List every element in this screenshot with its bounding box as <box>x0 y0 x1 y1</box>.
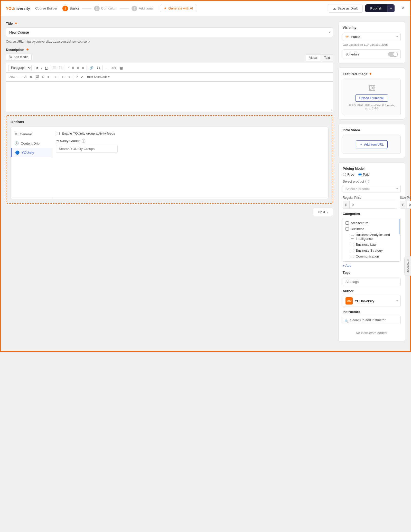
clear-format-button[interactable]: ✕ <box>28 74 34 80</box>
options-inner: ⚙ General 🕐 Content Drip 🔵 YOUnity <box>11 127 329 199</box>
next-label: Next <box>318 210 325 214</box>
nav-general-label: General <box>20 132 32 136</box>
indent-less-button[interactable]: ⇤ <box>46 74 52 80</box>
sale-price-group: Sale Price R <box>400 196 411 209</box>
indent-more-button[interactable]: ⇥ <box>52 74 58 80</box>
category-business-checkbox[interactable] <box>345 227 349 231</box>
ul-button[interactable]: ☰ <box>52 65 57 71</box>
publish-group: Publish ▾ <box>365 4 395 12</box>
code-button[interactable]: </> <box>110 65 118 71</box>
media2-button[interactable]: 🖼 <box>34 74 40 80</box>
pricing-paid-radio[interactable]: Paid <box>358 173 370 176</box>
abc-button[interactable]: ABC <box>8 75 16 79</box>
editor-toolbar-row1: Paragraph B I U ☰ ☷ " ≡ ≡ ≡ 🔗 ⛓ ⋯ </> <box>6 63 333 72</box>
course-url: Course URL: https://youniversity.co.za/c… <box>6 40 333 43</box>
toolbar-sep-7 <box>73 75 73 79</box>
sale-price-input[interactable] <box>407 201 411 208</box>
visibility-select[interactable]: 👁 Public ▾ <box>343 33 401 41</box>
category-communication-checkbox[interactable] <box>351 255 354 258</box>
pricing-paid-label: Paid <box>363 173 370 176</box>
shortcode-button[interactable]: Tutor ShortCode ▾ <box>85 74 111 79</box>
no-instructors-text: No instructors added. <box>343 328 401 337</box>
next-button[interactable]: Next › <box>313 208 333 216</box>
category-business-analytics-checkbox[interactable] <box>351 235 354 239</box>
font-color-button[interactable]: A <box>23 74 28 80</box>
bold-button[interactable]: B <box>34 65 39 71</box>
paragraph-select[interactable]: Paragraph <box>8 65 32 71</box>
younity-icon: 🔵 <box>15 150 20 155</box>
visibility-chevron-icon: ▾ <box>396 35 398 39</box>
category-business-law-checkbox[interactable] <box>351 243 354 246</box>
enable-feeds-label: Enable YOUnity group activity feeds <box>62 131 115 135</box>
help-button[interactable]: ? <box>74 74 79 80</box>
undo-button[interactable]: ↩ <box>60 74 66 80</box>
category-architecture: Architecture <box>345 220 398 226</box>
tab-text[interactable]: Text <box>321 54 333 61</box>
category-business-label: Business <box>351 227 364 231</box>
schedule-toggle[interactable] <box>388 52 398 57</box>
align-left-button[interactable]: ≡ <box>71 65 75 71</box>
align-center-button[interactable]: ≡ <box>76 65 80 71</box>
category-business-strategy-checkbox[interactable] <box>351 249 354 252</box>
upload-thumb-btn[interactable]: Upload Thumbnail <box>355 94 388 102</box>
notebook-tab[interactable]: Notebook <box>404 256 411 276</box>
options-nav-younity[interactable]: 🔵 YOUnity <box>11 148 52 157</box>
tags-input[interactable] <box>343 278 401 286</box>
toolbar-sep-1 <box>33 65 33 70</box>
editor-area[interactable] <box>6 81 333 112</box>
upload-area: 🖼 Upload Thumbnail JPEG, PNG, GIF, and W… <box>343 79 401 115</box>
table-button[interactable]: ▦ <box>118 65 124 71</box>
tags-label: Tags <box>343 271 401 274</box>
options-nav-content-drip[interactable]: 🕐 Content Drip <box>11 139 52 148</box>
clock-icon: 🕐 <box>14 141 19 145</box>
hr-button[interactable]: — <box>17 74 23 80</box>
redo-button[interactable]: ↪ <box>66 74 72 80</box>
symbol-button[interactable]: Ω <box>41 74 46 80</box>
title-clear-icon[interactable]: × <box>329 30 331 34</box>
search-groups-input[interactable] <box>56 145 118 153</box>
pricing-paid-input[interactable] <box>358 173 362 176</box>
category-architecture-checkbox[interactable] <box>345 221 349 225</box>
step-basics[interactable]: 1 Basics <box>62 6 79 11</box>
image-upload-icon: 🖼 <box>348 84 395 92</box>
add-category-button[interactable]: + Add <box>343 264 351 268</box>
main-layout: Title ✦ × Course URL: https://youniversi… <box>1 16 410 351</box>
add-media-button[interactable]: 🖼 Add media <box>6 54 32 60</box>
blockquote-button[interactable]: " <box>66 65 70 71</box>
visibility-card: Visibility 👁 Public ▾ Last updated on 11… <box>338 21 405 63</box>
close-button[interactable]: × <box>400 5 405 12</box>
product-select[interactable]: Select a product ▾ <box>343 185 401 193</box>
fullscreen-button[interactable]: ⤢ <box>79 74 85 80</box>
save-draft-button[interactable]: ☁ Save as Draft <box>328 4 363 13</box>
publish-dropdown-button[interactable]: ▾ <box>387 4 395 12</box>
italic-button[interactable]: I <box>40 65 43 71</box>
toolbar-sep-6 <box>59 75 59 79</box>
upload-thumbnail-button[interactable]: Upload Thumbnail <box>348 94 395 104</box>
pricing-free-input[interactable] <box>343 173 346 176</box>
external-link-icon[interactable]: ↗ <box>88 40 90 43</box>
tab-visual[interactable]: Visual <box>306 54 321 61</box>
enable-feeds-checkbox[interactable] <box>56 132 60 135</box>
top-actions: ☁ Save as Draft Publish ▾ × <box>328 4 405 13</box>
title-input[interactable] <box>6 27 333 37</box>
regular-price-input[interactable] <box>350 201 397 208</box>
search-icon: 🔍 <box>345 319 349 323</box>
ol-button[interactable]: ☷ <box>58 65 63 71</box>
author-inner: YOU YOUniversity <box>345 297 374 305</box>
chevron-down-icon: ▾ <box>390 6 392 10</box>
generate-ai-label: Generate with AI <box>168 6 193 10</box>
publish-button[interactable]: Publish <box>365 4 388 12</box>
more-button[interactable]: ⋯ <box>104 65 110 71</box>
author-select[interactable]: YOU YOUniversity ▾ <box>343 295 401 307</box>
step-curriculum[interactable]: 2 Curriculum <box>94 6 117 11</box>
align-right-button[interactable]: ≡ <box>81 65 85 71</box>
instructor-search-input[interactable] <box>343 316 401 324</box>
add-from-url-button[interactable]: ＋ Add from URL <box>356 140 387 148</box>
options-nav-general[interactable]: ⚙ General <box>11 129 52 139</box>
unlink-button[interactable]: ⛓ <box>95 65 101 71</box>
link-button[interactable]: 🔗 <box>88 65 95 71</box>
pricing-free-radio[interactable]: Free <box>343 173 354 176</box>
generate-ai-button[interactable]: ✦ Generate with AI <box>160 5 197 12</box>
step-additional[interactable]: 3 Additional <box>132 6 153 11</box>
underline-button[interactable]: U <box>44 65 49 71</box>
